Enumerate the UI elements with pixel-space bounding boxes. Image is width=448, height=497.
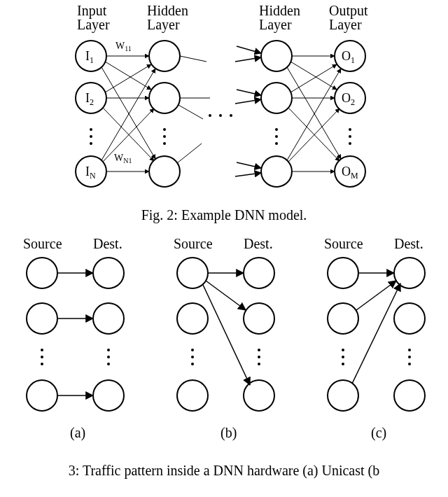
svg-text:WN1: WN1 <box>114 153 132 164</box>
svg-point-10 <box>349 135 351 138</box>
svg-line-38 <box>237 90 261 95</box>
svg-line-25 <box>102 67 155 159</box>
svg-point-98 <box>342 349 344 351</box>
svg-point-68 <box>41 363 43 365</box>
svg-text:(b): (b) <box>220 425 237 441</box>
svg-line-80 <box>206 281 246 310</box>
svg-point-73 <box>177 258 208 288</box>
svg-point-78 <box>244 380 274 411</box>
svg-point-75 <box>177 303 208 334</box>
svg-text:Source: Source <box>23 236 62 251</box>
svg-point-76 <box>244 303 274 334</box>
svg-point-1 <box>90 135 92 138</box>
svg-point-71 <box>107 363 110 365</box>
svg-point-66 <box>41 349 43 351</box>
svg-point-86 <box>258 356 260 358</box>
svg-point-5 <box>163 142 166 145</box>
svg-line-40 <box>237 162 261 168</box>
svg-point-85 <box>258 349 260 351</box>
svg-point-4 <box>163 135 166 138</box>
svg-point-6 <box>275 128 278 131</box>
svg-line-44 <box>287 67 341 159</box>
svg-point-91 <box>328 303 358 334</box>
svg-text:(c): (c) <box>371 425 386 441</box>
label-hidden2-1: Hidden <box>259 3 300 18</box>
fig2-dnn-diagram: Input Layer Hidden Layer Hidden Layer Ou… <box>0 0 448 203</box>
svg-point-103 <box>408 363 411 365</box>
svg-point-58 <box>93 258 124 288</box>
svg-line-41 <box>235 173 261 176</box>
svg-text:Dest.: Dest. <box>93 236 122 251</box>
svg-point-8 <box>275 142 278 145</box>
svg-text:Source: Source <box>174 236 213 251</box>
svg-line-47 <box>288 108 340 161</box>
svg-point-0 <box>90 128 92 131</box>
fig3-traffic-diagram: Source Dest. Source Dest. Source Dest. (… <box>0 227 448 458</box>
svg-point-93 <box>328 380 358 411</box>
svg-point-77 <box>177 380 208 411</box>
svg-text:Dest.: Dest. <box>394 236 424 251</box>
svg-point-102 <box>408 356 411 358</box>
svg-line-28 <box>103 108 154 161</box>
svg-point-92 <box>394 303 425 334</box>
fig2-caption: Fig. 2: Example DNN model. <box>0 207 448 223</box>
svg-point-57 <box>27 258 57 288</box>
svg-point-82 <box>191 349 194 351</box>
svg-point-13 <box>219 114 222 117</box>
node-h1-1 <box>149 41 180 71</box>
fig3-caption: 3: Traffic pattern inside a DNN hardware… <box>0 463 448 479</box>
label-output-2: Layer <box>329 17 362 33</box>
svg-point-69 <box>107 349 110 351</box>
svg-point-83 <box>191 356 194 358</box>
svg-point-11 <box>349 142 351 145</box>
svg-line-36 <box>237 46 261 53</box>
svg-line-49 <box>288 108 340 162</box>
svg-point-70 <box>107 356 110 358</box>
label-hidden2-2: Layer <box>259 17 292 33</box>
svg-point-84 <box>191 363 194 365</box>
svg-point-9 <box>349 128 351 131</box>
svg-point-61 <box>27 380 57 411</box>
svg-text:W11: W11 <box>115 41 132 52</box>
label-input-2: Layer <box>77 17 110 33</box>
node-h2-2 <box>261 83 292 113</box>
svg-point-62 <box>93 380 124 411</box>
svg-point-90 <box>394 258 425 288</box>
svg-text:Dest.: Dest. <box>244 236 273 251</box>
svg-line-34 <box>178 105 203 119</box>
label-hidden1-2: Layer <box>147 17 180 33</box>
svg-point-89 <box>328 258 358 288</box>
svg-point-101 <box>408 349 411 351</box>
svg-point-59 <box>27 303 57 334</box>
svg-line-37 <box>235 57 261 62</box>
svg-point-67 <box>41 356 43 358</box>
node-h2-3 <box>261 156 292 187</box>
svg-text:Source: Source <box>324 236 363 251</box>
svg-point-7 <box>275 135 278 138</box>
svg-point-2 <box>90 142 92 145</box>
svg-point-99 <box>342 356 344 358</box>
svg-point-94 <box>394 380 425 411</box>
svg-point-12 <box>209 114 211 117</box>
svg-line-97 <box>352 284 400 384</box>
svg-point-60 <box>93 303 124 334</box>
label-hidden1-1: Hidden <box>147 3 188 18</box>
svg-point-74 <box>244 258 274 288</box>
svg-point-3 <box>163 128 166 131</box>
node-h2-1 <box>261 41 292 71</box>
svg-text:(a): (a) <box>70 425 85 441</box>
svg-point-87 <box>258 363 260 365</box>
svg-line-39 <box>235 99 261 104</box>
svg-line-32 <box>180 56 206 62</box>
svg-line-30 <box>103 108 154 162</box>
svg-point-14 <box>230 114 232 117</box>
svg-point-100 <box>342 363 344 365</box>
svg-line-81 <box>203 285 250 385</box>
svg-line-35 <box>177 144 202 163</box>
